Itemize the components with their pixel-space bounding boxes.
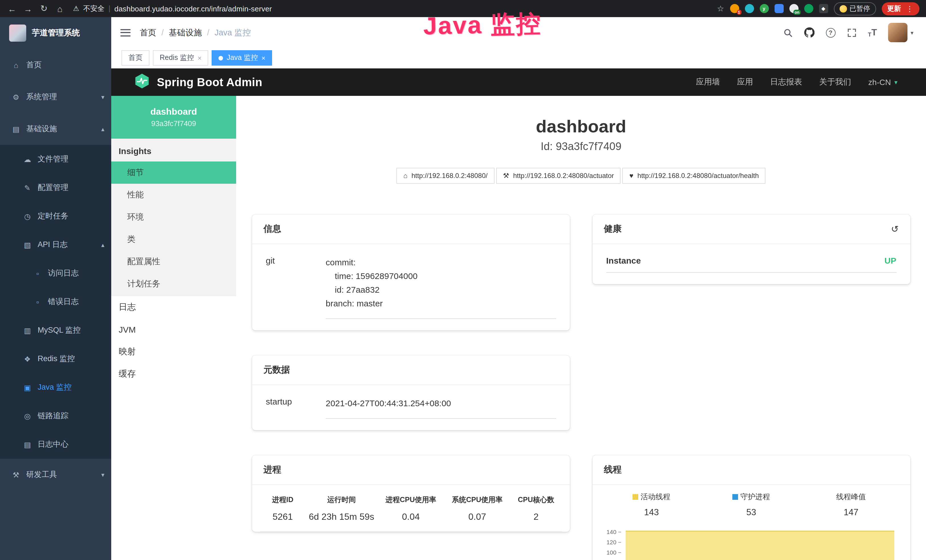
- sba-item-classes[interactable]: 类: [111, 228, 236, 250]
- close-icon[interactable]: ×: [198, 54, 202, 62]
- header-icons: ? TT ▾: [783, 23, 914, 42]
- sidebar-item-log-center[interactable]: ▤ 日志中心: [0, 430, 111, 459]
- extension-icon-3[interactable]: y: [760, 4, 769, 13]
- legend-live-threads: 活动线程 143: [602, 492, 702, 518]
- sidebar-item-tracing[interactable]: ◎ 链路追踪: [0, 402, 111, 430]
- sba-item-scheduled-tasks[interactable]: 计划任务: [111, 273, 236, 295]
- metadata-value: 2021-04-27T00:44:31.254+08:00: [326, 397, 556, 419]
- nav-wallboard[interactable]: 应用墙: [696, 77, 720, 87]
- user-menu[interactable]: ▾: [888, 23, 914, 42]
- sba-logo-icon: [134, 73, 150, 91]
- extension-icon-5[interactable]: on: [789, 4, 798, 13]
- gear-icon: ⚙: [11, 93, 21, 101]
- process-col-cores: CPU核心数: [510, 486, 562, 509]
- wrench-icon: ⚒: [503, 172, 509, 180]
- link-service-url[interactable]: ⌂ http://192.168.0.2:48080/: [396, 168, 494, 184]
- threads-chart: 140 120 100: [602, 527, 901, 560]
- sidebar-item-system-management[interactable]: ⚙ 系统管理 ▾: [0, 81, 111, 113]
- sba-nav: 应用墙 应用 日志报表 关于我们 zh-CN ▾: [696, 77, 897, 87]
- link-actuator-url[interactable]: ⚒ http://192.168.0.2:48080/actuator: [496, 168, 621, 184]
- sba-item-mappings[interactable]: 映射: [111, 341, 236, 363]
- sidebar-item-access-logs[interactable]: ▫ 访问日志: [0, 259, 111, 288]
- app-frame: 芋道管理系统 ⌂ 首页 ⚙ 系统管理 ▾ ▤ 基础设施 ▴ ☁ 文件管理 ✎: [0, 17, 926, 560]
- chart-y-axis: 140 120 100: [602, 527, 621, 557]
- fullscreen-icon[interactable]: [847, 28, 856, 37]
- sba-item-jvm[interactable]: JVM: [111, 318, 236, 341]
- sidebar-item-redis-monitor[interactable]: ❖ Redis 监控: [0, 345, 111, 373]
- sba-item-config-props[interactable]: 配置属性: [111, 250, 236, 273]
- breadcrumb-home[interactable]: 首页: [140, 27, 156, 38]
- extension-puzzle-icon[interactable]: ◆: [819, 4, 828, 13]
- paused-badge[interactable]: 已暂停: [834, 2, 876, 15]
- sidebar-item-api-logs[interactable]: ▧ API 日志 ▴: [0, 230, 111, 259]
- sba-sidebar: dashboard 93a3fc7f7409 Insights 细节 性能 环境…: [111, 96, 236, 560]
- reload-icon[interactable]: ↻: [39, 3, 49, 14]
- address-divider: |: [109, 5, 110, 12]
- process-proc-cpu: 0.04: [378, 509, 444, 531]
- page-title: dashboard: [252, 117, 910, 137]
- sidebar-item-error-logs[interactable]: ▫ 错误日志: [0, 288, 111, 316]
- tab-redis-monitor[interactable]: Redis 监控 ×: [153, 50, 209, 66]
- document-icon: ▫: [33, 298, 42, 306]
- address-bar[interactable]: ⚠ 不安全 | dashboard.yudao.iocoder.cn/infra…: [73, 4, 272, 14]
- sidebar-item-home[interactable]: ⌂ 首页: [0, 49, 111, 81]
- locale-select[interactable]: zh-CN ▾: [869, 77, 897, 87]
- extension-icon-2[interactable]: [744, 4, 754, 13]
- tab-java-monitor[interactable]: Java 监控 ×: [212, 50, 272, 66]
- sba-item-logs[interactable]: 日志: [111, 296, 236, 318]
- info-key: git: [266, 256, 326, 319]
- threads-card: 线程 活动线程 143 守护进程: [593, 455, 910, 560]
- legend-daemon-threads: 守护进程 53: [701, 492, 801, 518]
- nav-journal[interactable]: 日志报表: [770, 77, 802, 87]
- process-col-uptime: 运行时间: [306, 486, 378, 509]
- process-col-sys-cpu: 系统CPU使用率: [444, 486, 510, 509]
- tools-icon: ⚒: [11, 471, 21, 479]
- instance-links: ⌂ http://192.168.0.2:48080/ ⚒ http://192…: [252, 168, 910, 184]
- instance-id-subtitle: Id: 93a3fc7f7409: [252, 140, 910, 153]
- sidebar-item-mysql-monitor[interactable]: ▥ MySQL 监控: [0, 316, 111, 345]
- emoji-face-icon: [839, 5, 847, 12]
- home-icon[interactable]: ⌂: [55, 4, 65, 14]
- instance-label: Instance: [606, 256, 641, 265]
- back-icon[interactable]: ←: [7, 4, 17, 14]
- breadcrumb: 首页 / 基础设施 / Java 监控: [140, 27, 251, 38]
- process-card: 进程 进程ID 运行时间 进程CPU使用率 系统CPU使用率: [252, 455, 570, 532]
- sidebar-item-file-management[interactable]: ☁ 文件管理: [0, 145, 111, 173]
- help-icon[interactable]: ?: [826, 28, 835, 37]
- database-icon: ▥: [23, 326, 32, 334]
- sidebar-item-config-management[interactable]: ✎ 配置管理: [0, 173, 111, 202]
- link-health-url[interactable]: ♥ http://192.168.0.2:48080/actuator/heal…: [623, 168, 766, 184]
- extension-icon-6[interactable]: [804, 4, 813, 13]
- nav-about[interactable]: 关于我们: [819, 77, 851, 87]
- health-card-title: 健康: [604, 223, 622, 235]
- sidebar-item-scheduled-tasks[interactable]: ◷ 定时任务: [0, 202, 111, 230]
- sba-brand[interactable]: Spring Boot Admin: [157, 76, 262, 89]
- update-button[interactable]: 更新 ⋮: [882, 2, 919, 15]
- extension-icon-1[interactable]: 1: [730, 4, 739, 13]
- sba-item-caches[interactable]: 缓存: [111, 363, 236, 385]
- sidebar-item-dev-tools[interactable]: ⚒ 研发工具 ▾: [0, 459, 111, 491]
- extension-icon-4[interactable]: [774, 4, 784, 13]
- update-label: 更新: [887, 4, 901, 14]
- instance-header[interactable]: dashboard 93a3fc7f7409: [111, 96, 236, 139]
- github-icon[interactable]: [804, 27, 814, 38]
- search-icon[interactable]: [783, 28, 793, 37]
- forward-icon[interactable]: →: [23, 4, 33, 14]
- sba-item-performance[interactable]: 性能: [111, 184, 236, 206]
- tab-home[interactable]: 首页: [121, 50, 150, 66]
- browser-menu-icon[interactable]: ⋮: [906, 4, 914, 13]
- nav-applications[interactable]: 应用: [737, 77, 753, 87]
- close-icon[interactable]: ×: [262, 54, 265, 62]
- history-icon[interactable]: ↺: [891, 224, 899, 235]
- bookmark-star-icon[interactable]: ☆: [717, 4, 724, 13]
- font-size-icon[interactable]: TT: [868, 27, 877, 38]
- sidebar-item-infrastructure[interactable]: ▤ 基础设施 ▴: [0, 113, 111, 145]
- hamburger-icon[interactable]: [120, 29, 131, 36]
- sidebar-item-java-monitor[interactable]: ▣ Java 监控: [0, 373, 111, 402]
- sba-item-details[interactable]: 细节: [111, 162, 236, 184]
- sba-item-environment[interactable]: 环境: [111, 206, 236, 228]
- breadcrumb-infrastructure[interactable]: 基础设施: [169, 27, 202, 38]
- avatar: [888, 23, 908, 42]
- chevron-up-icon: ▴: [101, 241, 104, 248]
- app-logo-row[interactable]: 芋道管理系统: [0, 17, 111, 49]
